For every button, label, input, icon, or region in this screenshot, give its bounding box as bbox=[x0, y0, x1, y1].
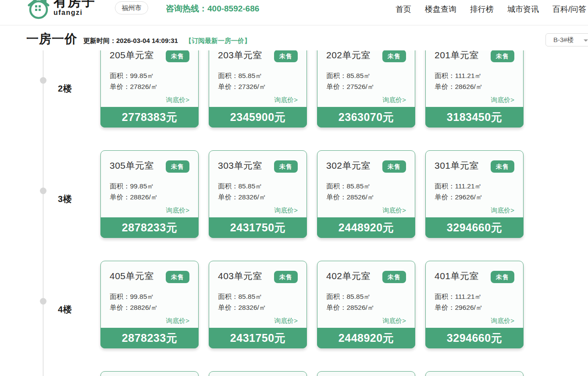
unit-card[interactable]: 203单元室 未售 面积：85.85㎡ 单价：27326/㎡ 询底价> 2345… bbox=[209, 50, 307, 128]
unit-card-partial[interactable] bbox=[100, 371, 199, 376]
unit-price-line: 单价：28826/㎡ bbox=[110, 192, 189, 202]
unit-area-line: 面积：85.85㎡ bbox=[326, 70, 406, 81]
total-price-bar: 2778383元 bbox=[100, 107, 199, 128]
status-badge: 未售 bbox=[491, 271, 514, 283]
unit-card[interactable]: 405单元室 未售 面积：99.85㎡ 单价：28826/㎡ 询底价> 2878… bbox=[100, 261, 199, 348]
subscribe-link[interactable]: 【订阅最新一房一价】 bbox=[185, 37, 251, 45]
unit-card[interactable]: 403单元室 未售 面积：85.85㎡ 单价：28326/㎡ 询底价> 2431… bbox=[209, 261, 307, 348]
price-list-viewport[interactable]: 2楼 205单元室 未售 面积：99.85㎡ 单价：27826/㎡ 询底价> 2… bbox=[0, 50, 588, 376]
floor-rows: 2楼 205单元室 未售 面积：99.85㎡ 单价：27826/㎡ 询底价> 2… bbox=[0, 50, 588, 376]
nav-item-wiki-qa[interactable]: 百科/问答 bbox=[552, 4, 586, 14]
unit-price-label: 单价： bbox=[326, 83, 347, 90]
unit-card-head: 205单元室 未售 bbox=[110, 50, 189, 62]
unit-price-label: 单价： bbox=[326, 193, 347, 201]
unit-card[interactable]: 305单元室 未售 面积：99.85㎡ 单价：28826/㎡ 询底价> 2878… bbox=[100, 150, 199, 238]
area-value: 85.85㎡ bbox=[347, 72, 371, 79]
floor-column: 2楼 bbox=[26, 50, 100, 128]
area-value: 85.85㎡ bbox=[239, 293, 262, 300]
unit-price-line: 单价：28526/㎡ bbox=[326, 192, 406, 202]
main-nav: 首页 楼盘查询 排行榜 城市资讯 百科/问答 bbox=[396, 4, 586, 14]
unit-price-line: 单价：28626/㎡ bbox=[435, 81, 514, 92]
ask-bottom-price-link[interactable]: 询底价> bbox=[110, 317, 189, 325]
unit-price-label: 单价： bbox=[110, 193, 130, 201]
area-label: 面积： bbox=[110, 293, 130, 300]
unit-cards: 305单元室 未售 面积：99.85㎡ 单价：28826/㎡ 询底价> 2878… bbox=[100, 150, 524, 238]
unit-price-label: 单价： bbox=[110, 83, 130, 90]
nav-item-home[interactable]: 首页 bbox=[396, 4, 411, 14]
ask-bottom-price-link[interactable]: 询底价> bbox=[435, 206, 514, 215]
status-badge: 未售 bbox=[382, 160, 406, 173]
area-label: 面积： bbox=[218, 72, 239, 79]
status-badge: 未售 bbox=[166, 50, 189, 62]
floor-label: 2楼 bbox=[58, 83, 72, 95]
unit-card-partial[interactable] bbox=[425, 371, 524, 376]
building-select-value: B-3#楼 bbox=[553, 36, 574, 43]
city-selector[interactable]: 福州市 bbox=[115, 1, 148, 14]
unit-card[interactable]: 402单元室 未售 面积：85.85㎡ 单价：28526/㎡ 询底价> 2448… bbox=[317, 261, 415, 348]
nav-item-building-search[interactable]: 楼盘查询 bbox=[425, 4, 456, 14]
unit-price-label: 单价： bbox=[435, 304, 455, 311]
unit-card-head: 405单元室 未售 bbox=[110, 270, 189, 283]
nav-item-ranking[interactable]: 排行榜 bbox=[470, 4, 494, 14]
chevron-down-icon bbox=[584, 39, 588, 42]
unit-price-line: 单价：27526/㎡ bbox=[326, 81, 406, 92]
unit-name: 302单元室 bbox=[326, 159, 371, 172]
building-select[interactable]: B-3#楼 bbox=[545, 33, 588, 46]
unit-card[interactable]: 202单元室 未售 面积：85.85㎡ 单价：27526/㎡ 询底价> 2363… bbox=[317, 50, 415, 128]
floor-row: 4楼 405单元室 未售 面积：99.85㎡ 单价：28826/㎡ 询底价> 2… bbox=[26, 261, 588, 348]
brand-name: 有房子 ufangzi bbox=[53, 0, 96, 22]
brand-logo[interactable]: 有房子 ufangzi bbox=[27, 0, 96, 22]
area-label: 面积： bbox=[326, 72, 347, 79]
ask-bottom-price-link[interactable]: 询底价> bbox=[326, 96, 406, 104]
unit-card-body: 402单元室 未售 面积：85.85㎡ 单价：28526/㎡ 询底价> bbox=[317, 261, 415, 325]
nav-item-city-news[interactable]: 城市资讯 bbox=[507, 4, 539, 14]
hotline-text: 咨询热线：400-8592-686 bbox=[166, 3, 259, 14]
unit-name: 303单元室 bbox=[218, 159, 262, 172]
unit-card-head: 201单元室 未售 bbox=[435, 50, 514, 62]
unit-card[interactable]: 205单元室 未售 面积：99.85㎡ 单价：27826/㎡ 询底价> 2778… bbox=[100, 50, 199, 128]
unit-card-head: 303单元室 未售 bbox=[218, 159, 298, 173]
unit-name: 301单元室 bbox=[435, 159, 479, 172]
status-badge: 未售 bbox=[382, 50, 406, 62]
ask-bottom-price-link[interactable]: 询底价> bbox=[218, 96, 298, 104]
floor-row-partial bbox=[26, 371, 588, 376]
area-value: 85.85㎡ bbox=[239, 182, 262, 190]
total-price-bar: 2448920元 bbox=[317, 217, 415, 238]
ask-bottom-price-link[interactable]: 询底价> bbox=[110, 96, 189, 104]
floor-timeline-dot bbox=[40, 298, 46, 305]
ask-bottom-price-link[interactable]: 询底价> bbox=[435, 317, 514, 325]
ask-bottom-price-link[interactable]: 询底价> bbox=[218, 206, 298, 215]
area-label: 面积： bbox=[218, 182, 239, 190]
unit-card-partial[interactable] bbox=[209, 371, 307, 376]
unit-area-line: 面积：85.85㎡ bbox=[326, 291, 406, 302]
unit-card[interactable]: 303单元室 未售 面积：85.85㎡ 单价：28326/㎡ 询底价> 2431… bbox=[209, 150, 307, 238]
unit-card[interactable]: 301单元室 未售 面积：111.21㎡ 单价：29626/㎡ 询底价> 329… bbox=[425, 150, 524, 238]
ask-bottom-price-link[interactable]: 询底价> bbox=[435, 96, 514, 104]
unit-price-line: 单价：28826/㎡ bbox=[110, 302, 189, 313]
title-line: 一房一价 更新时间：2026-03-04 14:09:31 【订阅最新一房一价】 bbox=[26, 31, 251, 47]
unit-card[interactable]: 201单元室 未售 面积：111.21㎡ 单价：28626/㎡ 询底价> 318… bbox=[425, 50, 524, 128]
floor-column: 3楼 bbox=[26, 150, 100, 238]
ask-bottom-price-link[interactable]: 询底价> bbox=[110, 206, 189, 215]
unit-card-head: 203单元室 未售 bbox=[218, 50, 298, 62]
unit-price-label: 单价： bbox=[435, 83, 455, 90]
area-label: 面积： bbox=[218, 293, 239, 300]
area-value: 111.21㎡ bbox=[455, 72, 482, 79]
floor-row: 2楼 205单元室 未售 面积：99.85㎡ 单价：27826/㎡ 询底价> 2… bbox=[26, 50, 588, 128]
ask-bottom-price-link[interactable]: 询底价> bbox=[218, 317, 298, 325]
update-time-text: 更新时间：2026-03-04 14:09:31 bbox=[83, 37, 178, 45]
floor-timeline-dot bbox=[40, 188, 46, 194]
unit-price-value: 28326/㎡ bbox=[239, 193, 266, 201]
ask-bottom-price-link[interactable]: 询底价> bbox=[326, 317, 406, 325]
unit-name: 403单元室 bbox=[218, 270, 262, 283]
unit-price-value: 28526/㎡ bbox=[347, 304, 374, 311]
unit-price-label: 单价： bbox=[218, 83, 239, 90]
unit-card-partial[interactable] bbox=[317, 371, 415, 376]
unit-price-line: 单价：28326/㎡ bbox=[218, 192, 298, 202]
ask-bottom-price-link[interactable]: 询底价> bbox=[326, 206, 406, 215]
unit-price-value: 28326/㎡ bbox=[239, 304, 266, 311]
brand-name-en: ufangzi bbox=[53, 9, 96, 16]
unit-price-label: 单价： bbox=[218, 193, 239, 201]
unit-card[interactable]: 401单元室 未售 面积：111.21㎡ 单价：29626/㎡ 询底价> 329… bbox=[425, 261, 524, 348]
unit-card[interactable]: 302单元室 未售 面积：85.85㎡ 单价：28526/㎡ 询底价> 2448… bbox=[317, 150, 415, 238]
